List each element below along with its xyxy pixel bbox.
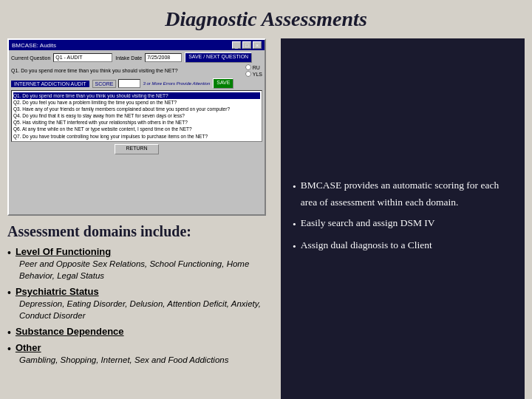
sw-q3: Q3. Have any of your friends or family m…: [13, 106, 260, 112]
sw-date-input[interactable]: 7/25/2008: [145, 53, 182, 62]
sw-title-text: BMCASE: Audits: [12, 42, 56, 49]
sw-body: Current Question Q1 - AUDIT Intake Date …: [9, 50, 265, 157]
info-text-2: Easily search and assign DSM IV: [301, 215, 435, 231]
sw-q1-highlight: Q1. Do you spend more time than you thin…: [13, 92, 260, 99]
sw-score-val[interactable]: [118, 79, 140, 88]
sw-date-label: Intake Date: [115, 55, 142, 61]
domain-name-other: Other: [16, 342, 41, 353]
info-bullet-3: •: [293, 239, 296, 255]
sw-q1-text: Q1. Do you spend more time than you thin…: [11, 68, 242, 73]
sw-q4: Q4. Do you find that it is easy to stay …: [13, 112, 260, 119]
bullet-sd: •: [7, 327, 11, 338]
left-panel: BMCASE: Audits _ □ × Current Question Q1…: [7, 38, 273, 399]
sw-q5: Q5. Has visiting the NET interfered with…: [13, 119, 260, 126]
domain-bullet-row-other: • Other: [7, 342, 273, 354]
sw-q7: Q7. Do you have trouble controlling how …: [13, 133, 260, 140]
page: Diagnostic Assessments BMCASE: Audits _ …: [0, 0, 532, 399]
domain-item-other: • Other Gambling, Shopping, Internet, Se…: [7, 342, 273, 366]
sw-hint-text: 3 or More Errors Provide Attention: [143, 81, 210, 86]
sw-radio-ru-input[interactable]: [245, 64, 251, 70]
sw-radio-yls-input[interactable]: [245, 71, 251, 77]
sw-minimize-btn[interactable]: _: [232, 41, 241, 49]
sw-score-label: SCORE: [92, 80, 117, 88]
info-text-1: BMCASE provides an automatic scoring for…: [301, 177, 513, 211]
domains-title: Assessment domains include:: [7, 223, 273, 240]
domain-bullet-row-lof: • Level Of Functioning: [7, 246, 273, 258]
domain-sub-ps: Depression, Eating Disorder, Delusion, A…: [19, 298, 273, 321]
info-row-1: • BMCASE provides an automatic scoring f…: [293, 177, 513, 211]
domain-bullet-row-sd: • Substance Dependence: [7, 326, 273, 338]
info-row-2: • Easily search and assign DSM IV: [293, 215, 513, 233]
sw-bottom-row: RETURN: [11, 144, 262, 154]
content-area: BMCASE: Audits _ □ × Current Question Q1…: [7, 38, 525, 399]
bullet-ps: •: [7, 287, 11, 298]
info-bullet-2: •: [293, 216, 296, 233]
bullet-lof: •: [7, 248, 11, 258]
domain-name-sd: Substance Dependence: [16, 326, 124, 337]
sw-section-row: INTERNET ADDICTION AUDIT SCORE 3 or More…: [11, 78, 262, 89]
software-screenshot: BMCASE: Audits _ □ × Current Question Q1…: [7, 38, 266, 216]
info-bullet-1: •: [293, 179, 296, 195]
sw-titlebar: BMCASE: Audits _ □ ×: [9, 40, 265, 50]
domain-item-lof: • Level Of Functioning Peer and Opposite…: [7, 246, 273, 282]
sw-section-header: INTERNET ADDICTION AUDIT: [11, 81, 89, 87]
sw-return-btn[interactable]: RETURN: [115, 144, 159, 154]
page-title: Diagnostic Assessments: [165, 7, 367, 31]
sw-controls-row: Current Question Q1 - AUDIT Intake Date …: [11, 52, 262, 63]
sw-score-row: SCORE 3 or More Errors Provide Attention: [92, 79, 211, 88]
sw-radio-group: RU YLS: [245, 64, 262, 77]
domain-item-ps: • Psychiatric Status Depression, Eating …: [7, 286, 273, 321]
sw-save-btn[interactable]: SAVE: [213, 78, 233, 89]
domain-name-ps: Psychiatric Status: [16, 286, 99, 297]
domain-sub-other: Gambling, Shopping, Internet, Sex and Fo…: [19, 354, 273, 366]
domain-item-sd: • Substance Dependence: [7, 326, 273, 338]
bullet-other: •: [7, 344, 11, 354]
sw-q2: Q2. Do you feel you have a problem limit…: [13, 99, 260, 106]
sw-q6: Q6. At any time while on the NET or type…: [13, 126, 260, 132]
sw-question-area[interactable]: Q1. Do you spend more time than you thin…: [11, 90, 262, 142]
domain-name-lof: Level Of Functioning: [16, 246, 111, 257]
right-panel: • BMCASE provides an automatic scoring f…: [281, 38, 525, 399]
domains-section: Assessment domains include: • Level Of F…: [7, 223, 273, 370]
info-text-3: Assign dual diagnosis to a Client: [301, 237, 432, 253]
sw-save-next-btn[interactable]: SAVE / NEXT QUESTION: [185, 52, 252, 63]
sw-maximize-btn[interactable]: □: [242, 41, 251, 49]
sw-q8: Q8. Do you usually rush to jump between …: [13, 140, 260, 142]
domain-bullet-row-ps: • Psychiatric Status: [7, 286, 273, 298]
info-row-3: • Assign dual diagnosis to a Client: [293, 237, 513, 255]
info-box: • BMCASE provides an automatic scoring f…: [281, 38, 525, 399]
sw-q1-row: Q1. Do you spend more time than you thin…: [11, 64, 262, 77]
sw-radio-yls[interactable]: YLS: [245, 71, 262, 77]
sw-current-q-label: Current Question: [11, 55, 50, 61]
sw-radio-ru[interactable]: RU: [245, 64, 262, 70]
sw-current-q-input[interactable]: Q1 - AUDIT: [53, 53, 112, 62]
domain-sub-lof: Peer and Opposite Sex Relations, School …: [19, 258, 273, 282]
sw-close-btn[interactable]: ×: [253, 41, 262, 49]
